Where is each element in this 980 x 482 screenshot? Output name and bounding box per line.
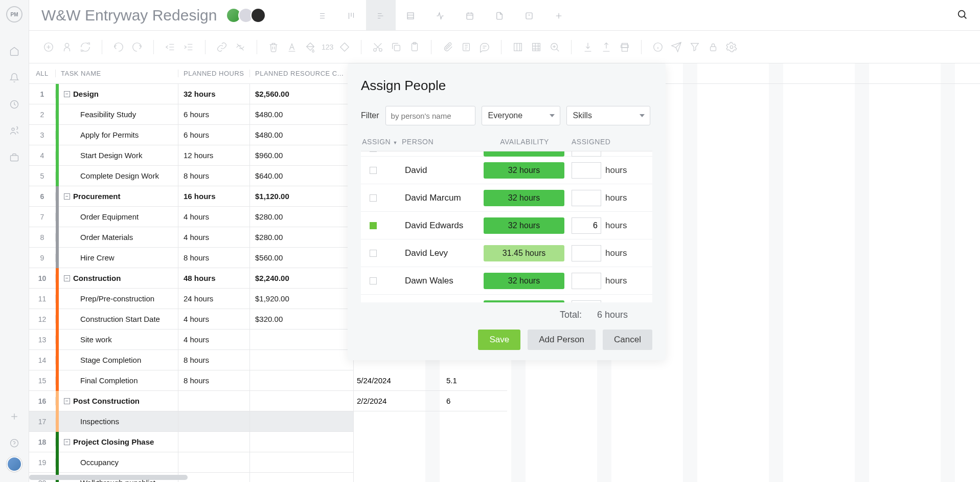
table-row[interactable]: 16 − Post Construction — [29, 391, 353, 411]
task-name-cell[interactable]: Complete Design Work — [59, 166, 178, 186]
text-color-icon[interactable] — [285, 40, 299, 54]
cost-cell[interactable]: $640.00 — [250, 171, 353, 180]
table-row[interactable]: 10 − Construction 48 hours $2,240.00 — [29, 268, 353, 289]
collapse-icon[interactable]: − — [64, 398, 70, 404]
avatar[interactable] — [250, 8, 266, 23]
add-task-icon[interactable] — [41, 40, 56, 54]
task-name-cell[interactable]: Feasibility Study — [59, 104, 178, 124]
clock-icon[interactable] — [8, 98, 20, 111]
table-row[interactable]: 13 Site work 4 hours — [29, 330, 353, 350]
hours-cell[interactable]: 8 hours — [178, 370, 250, 390]
table-row[interactable]: 19 Occupancy — [29, 452, 353, 473]
hours-input[interactable] — [572, 217, 601, 234]
person-row[interactable]: David Edwards 32 hours hours — [361, 212, 652, 239]
person-row[interactable]: David Levy 31.45 hours hours — [361, 239, 652, 267]
sheet-view-tab[interactable] — [396, 0, 425, 30]
link-icon[interactable] — [215, 40, 229, 54]
cost-cell[interactable]: $280.00 — [250, 212, 353, 221]
indent-icon[interactable] — [181, 40, 196, 54]
table-row[interactable]: 7 Order Equipment 4 hours $280.00 — [29, 207, 353, 227]
col-assigned[interactable]: ASSIGNED — [566, 138, 652, 146]
task-name-cell[interactable]: − Design — [59, 84, 178, 104]
assign-checkbox[interactable] — [363, 167, 383, 174]
hours-cell[interactable]: 6 hours — [178, 125, 250, 145]
table-row[interactable]: 17 Inspections — [29, 411, 353, 432]
outdent-icon[interactable] — [163, 40, 177, 54]
task-name-cell[interactable]: Apply for Permits — [59, 125, 178, 145]
unlink-icon[interactable] — [233, 40, 247, 54]
add-person-button[interactable]: Add Person — [528, 330, 596, 350]
hours-input[interactable] — [572, 151, 601, 157]
collapse-icon[interactable]: − — [64, 91, 70, 97]
hours-cell[interactable] — [178, 473, 250, 482]
hours-cell[interactable]: 4 hours — [178, 227, 250, 247]
assign-checkbox[interactable] — [363, 151, 383, 152]
collapse-icon[interactable]: − — [64, 439, 70, 445]
lock-icon[interactable] — [706, 40, 720, 54]
hours-cell[interactable]: 16 hours — [178, 186, 250, 206]
hours-cell[interactable]: 4 hours — [178, 330, 250, 349]
settings-icon[interactable] — [724, 40, 739, 54]
skills-select[interactable]: Skills — [566, 106, 650, 125]
table-row[interactable]: 11 Prep/Pre-construction 24 hours $1,920… — [29, 289, 353, 309]
task-name-cell[interactable]: Order Equipment — [59, 207, 178, 227]
table-row[interactable]: 15 Final Completion 8 hours — [29, 370, 353, 391]
hours-cell[interactable] — [178, 411, 250, 431]
hours-cell[interactable]: 8 hours — [178, 350, 250, 370]
home-icon[interactable] — [8, 45, 20, 57]
task-name-cell[interactable]: Stage Completion — [59, 350, 178, 370]
hours-input[interactable] — [572, 162, 601, 179]
assign-checkbox[interactable] — [363, 222, 383, 229]
horizontal-scrollbar[interactable] — [29, 475, 188, 480]
filter-input[interactable] — [385, 106, 475, 125]
fill-icon[interactable] — [303, 40, 317, 54]
table-row[interactable]: 14 Stage Completion 8 hours — [29, 350, 353, 370]
member-avatars[interactable] — [229, 8, 266, 23]
user-avatar[interactable] — [7, 456, 22, 472]
hours-cell[interactable]: 24 hours — [178, 289, 250, 309]
table-row[interactable]: 5 Complete Design Work 8 hours $640.00 — [29, 166, 353, 186]
refresh-icon[interactable] — [78, 40, 93, 54]
collapse-icon[interactable]: − — [64, 275, 70, 281]
table-row[interactable]: 2/2/20246 — [354, 391, 507, 411]
col-cost[interactable]: PLANNED RESOURCE C... — [250, 70, 353, 77]
task-name-cell[interactable]: − Procurement — [59, 186, 178, 206]
cost-cell[interactable]: $280.00 — [250, 233, 353, 242]
task-name-cell[interactable]: − Project Closing Phase — [59, 432, 178, 452]
cost-cell[interactable]: $560.00 — [250, 253, 353, 262]
cancel-button[interactable]: Cancel — [603, 330, 652, 350]
cost-cell[interactable]: $960.00 — [250, 151, 353, 160]
task-name-cell[interactable]: Site work — [59, 330, 178, 349]
hours-input[interactable] — [572, 300, 601, 303]
cut-icon[interactable] — [371, 40, 385, 54]
file-view-tab[interactable] — [485, 0, 514, 30]
hours-cell[interactable] — [178, 452, 250, 472]
filter-icon[interactable] — [688, 40, 702, 54]
hours-cell[interactable]: 32 hours — [178, 84, 250, 104]
hours-cell[interactable] — [178, 432, 250, 452]
task-name-cell[interactable]: Hire Crew — [59, 248, 178, 268]
task-name-cell[interactable]: − Post Construction — [59, 391, 178, 411]
task-name-cell[interactable]: Occupancy — [59, 452, 178, 472]
attach-icon[interactable] — [441, 40, 455, 54]
comment-icon[interactable] — [477, 40, 492, 54]
col-hours[interactable]: PLANNED HOURS — [178, 70, 250, 77]
app-logo[interactable]: PM — [6, 6, 22, 23]
list-view-tab[interactable] — [307, 0, 336, 30]
table-row[interactable]: 5/24/20245.1 — [354, 370, 507, 391]
assign-checkbox[interactable] — [363, 250, 383, 257]
bell-icon[interactable] — [8, 72, 20, 84]
person-row[interactable]: Dewatering 32 hours hours — [361, 295, 652, 302]
cost-cell[interactable]: $2,560.00 — [250, 90, 353, 98]
redo-icon[interactable] — [130, 40, 144, 54]
assign-icon[interactable] — [60, 40, 74, 54]
person-row[interactable]: David 32 hours hours — [361, 157, 652, 184]
task-name-cell[interactable]: − Construction — [59, 268, 178, 288]
col-person[interactable]: PERSON — [402, 138, 483, 146]
zoom-icon[interactable] — [548, 40, 562, 54]
risk-view-tab[interactable] — [514, 0, 544, 30]
task-name-cell[interactable]: Prep/Pre-construction — [59, 289, 178, 309]
hours-cell[interactable]: 48 hours — [178, 268, 250, 288]
note-icon[interactable] — [459, 40, 473, 54]
cost-cell[interactable]: $1,920.00 — [250, 294, 353, 303]
